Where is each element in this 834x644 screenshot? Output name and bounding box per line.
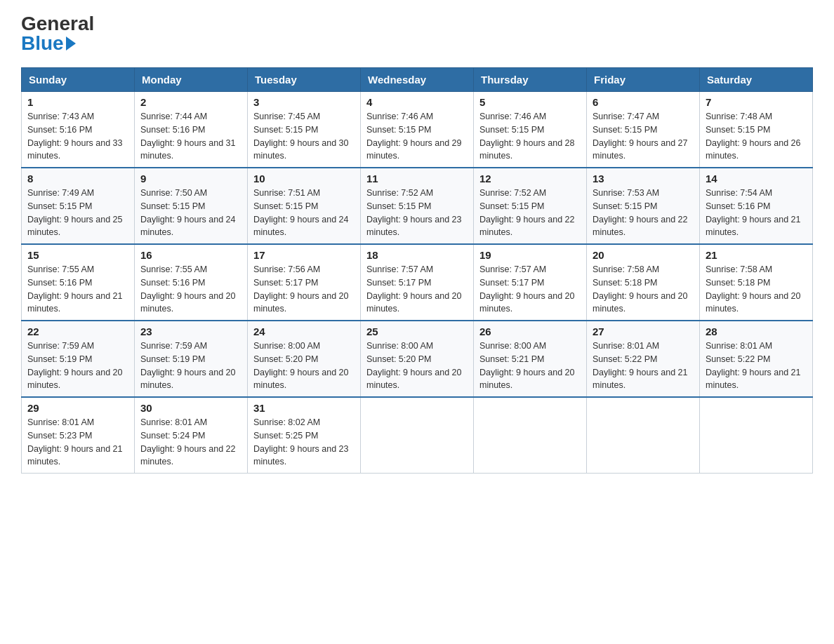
day-info: Sunrise: 8:00 AM Sunset: 5:20 PM Dayligh… <box>366 341 462 390</box>
col-friday: Friday <box>587 68 700 92</box>
day-cell: 27 Sunrise: 8:01 AM Sunset: 5:22 PM Dayl… <box>587 321 700 397</box>
day-info: Sunrise: 7:57 AM Sunset: 5:17 PM Dayligh… <box>479 264 575 314</box>
day-info: Sunrise: 7:45 AM Sunset: 5:15 PM Dayligh… <box>253 112 349 161</box>
day-number: 20 <box>593 249 694 261</box>
day-info: Sunrise: 7:58 AM Sunset: 5:18 PM Dayligh… <box>706 264 801 314</box>
header: General Blue <box>21 14 813 53</box>
day-number: 13 <box>593 173 694 185</box>
day-cell: 25 Sunrise: 8:00 AM Sunset: 5:20 PM Dayl… <box>361 321 474 397</box>
day-info: Sunrise: 8:01 AM Sunset: 5:22 PM Dayligh… <box>593 341 688 390</box>
week-row-4: 22 Sunrise: 7:59 AM Sunset: 5:19 PM Dayl… <box>22 321 813 397</box>
day-cell: 9 Sunrise: 7:50 AM Sunset: 5:15 PM Dayli… <box>135 168 248 244</box>
day-cell <box>587 397 700 474</box>
day-number: 2 <box>140 96 241 108</box>
day-cell: 3 Sunrise: 7:45 AM Sunset: 5:15 PM Dayli… <box>248 92 361 168</box>
day-number: 22 <box>27 326 128 337</box>
day-cell: 12 Sunrise: 7:52 AM Sunset: 5:15 PM Dayl… <box>474 168 587 244</box>
day-cell: 23 Sunrise: 7:59 AM Sunset: 5:19 PM Dayl… <box>135 321 248 397</box>
day-number: 10 <box>253 173 355 185</box>
day-cell: 13 Sunrise: 7:53 AM Sunset: 5:15 PM Dayl… <box>587 168 700 244</box>
day-number: 7 <box>706 96 807 108</box>
logo-triangle-icon <box>66 36 76 51</box>
day-number: 9 <box>140 173 241 185</box>
col-wednesday: Wednesday <box>361 68 474 92</box>
day-cell: 30 Sunrise: 8:01 AM Sunset: 5:24 PM Dayl… <box>135 397 248 474</box>
day-cell: 6 Sunrise: 7:47 AM Sunset: 5:15 PM Dayli… <box>587 92 700 168</box>
day-number: 24 <box>253 326 355 337</box>
day-info: Sunrise: 7:49 AM Sunset: 5:15 PM Dayligh… <box>27 188 123 237</box>
day-number: 27 <box>593 326 694 337</box>
day-cell: 26 Sunrise: 8:00 AM Sunset: 5:21 PM Dayl… <box>474 321 587 397</box>
day-number: 21 <box>706 249 807 261</box>
day-number: 17 <box>253 249 355 261</box>
day-cell: 8 Sunrise: 7:49 AM Sunset: 5:15 PM Dayli… <box>22 168 135 244</box>
day-number: 26 <box>479 326 581 337</box>
col-sunday: Sunday <box>22 68 135 92</box>
day-number: 3 <box>253 96 355 108</box>
week-row-3: 15 Sunrise: 7:55 AM Sunset: 5:16 PM Dayl… <box>22 244 813 321</box>
day-info: Sunrise: 7:52 AM Sunset: 5:15 PM Dayligh… <box>366 188 462 237</box>
week-row-5: 29 Sunrise: 8:01 AM Sunset: 5:23 PM Dayl… <box>22 397 813 474</box>
day-cell: 24 Sunrise: 8:00 AM Sunset: 5:20 PM Dayl… <box>248 321 361 397</box>
day-cell: 20 Sunrise: 7:58 AM Sunset: 5:18 PM Dayl… <box>587 244 700 321</box>
day-cell: 4 Sunrise: 7:46 AM Sunset: 5:15 PM Dayli… <box>361 92 474 168</box>
day-cell <box>361 397 474 474</box>
day-info: Sunrise: 7:58 AM Sunset: 5:18 PM Dayligh… <box>593 264 688 314</box>
day-cell: 10 Sunrise: 7:51 AM Sunset: 5:15 PM Dayl… <box>248 168 361 244</box>
day-info: Sunrise: 7:54 AM Sunset: 5:16 PM Dayligh… <box>706 188 801 237</box>
day-number: 5 <box>479 96 581 108</box>
day-info: Sunrise: 8:01 AM Sunset: 5:22 PM Dayligh… <box>706 341 801 390</box>
day-cell: 22 Sunrise: 7:59 AM Sunset: 5:19 PM Dayl… <box>22 321 135 397</box>
day-info: Sunrise: 7:57 AM Sunset: 5:17 PM Dayligh… <box>366 264 462 314</box>
day-info: Sunrise: 7:55 AM Sunset: 5:16 PM Dayligh… <box>140 264 236 314</box>
day-info: Sunrise: 7:51 AM Sunset: 5:15 PM Dayligh… <box>253 188 349 237</box>
day-number: 29 <box>27 402 128 414</box>
week-row-1: 1 Sunrise: 7:43 AM Sunset: 5:16 PM Dayli… <box>22 92 813 168</box>
day-info: Sunrise: 7:59 AM Sunset: 5:19 PM Dayligh… <box>27 341 123 390</box>
col-thursday: Thursday <box>474 68 587 92</box>
day-info: Sunrise: 8:02 AM Sunset: 5:25 PM Dayligh… <box>253 417 349 467</box>
day-cell <box>700 397 813 474</box>
day-info: Sunrise: 7:47 AM Sunset: 5:15 PM Dayligh… <box>593 112 688 161</box>
calendar-table: Sunday Monday Tuesday Wednesday Thursday… <box>21 67 813 474</box>
day-cell: 16 Sunrise: 7:55 AM Sunset: 5:16 PM Dayl… <box>135 244 248 321</box>
day-number: 31 <box>253 402 355 414</box>
day-cell: 2 Sunrise: 7:44 AM Sunset: 5:16 PM Dayli… <box>135 92 248 168</box>
day-cell: 18 Sunrise: 7:57 AM Sunset: 5:17 PM Dayl… <box>361 244 474 321</box>
calendar-body: 1 Sunrise: 7:43 AM Sunset: 5:16 PM Dayli… <box>22 92 813 474</box>
day-info: Sunrise: 8:01 AM Sunset: 5:23 PM Dayligh… <box>27 417 123 467</box>
day-cell <box>474 397 587 474</box>
day-info: Sunrise: 8:01 AM Sunset: 5:24 PM Dayligh… <box>140 417 236 467</box>
day-number: 28 <box>706 326 807 337</box>
day-number: 15 <box>27 249 128 261</box>
logo-blue-text: Blue <box>21 34 77 53</box>
day-number: 6 <box>593 96 694 108</box>
day-cell: 28 Sunrise: 8:01 AM Sunset: 5:22 PM Dayl… <box>700 321 813 397</box>
day-info: Sunrise: 7:44 AM Sunset: 5:16 PM Dayligh… <box>140 112 236 161</box>
day-info: Sunrise: 7:53 AM Sunset: 5:15 PM Dayligh… <box>593 188 688 237</box>
day-info: Sunrise: 7:43 AM Sunset: 5:16 PM Dayligh… <box>27 112 123 161</box>
logo-general-text: General <box>21 14 94 34</box>
day-number: 1 <box>27 96 128 108</box>
day-info: Sunrise: 7:48 AM Sunset: 5:15 PM Dayligh… <box>706 112 801 161</box>
header-row: Sunday Monday Tuesday Wednesday Thursday… <box>22 68 813 92</box>
day-cell: 11 Sunrise: 7:52 AM Sunset: 5:15 PM Dayl… <box>361 168 474 244</box>
day-number: 8 <box>27 173 128 185</box>
day-info: Sunrise: 7:46 AM Sunset: 5:15 PM Dayligh… <box>366 112 462 161</box>
col-tuesday: Tuesday <box>248 68 361 92</box>
day-number: 16 <box>140 249 241 261</box>
week-row-2: 8 Sunrise: 7:49 AM Sunset: 5:15 PM Dayli… <box>22 168 813 244</box>
day-number: 25 <box>366 326 468 337</box>
day-number: 23 <box>140 326 241 337</box>
day-info: Sunrise: 8:00 AM Sunset: 5:21 PM Dayligh… <box>479 341 575 390</box>
day-cell: 19 Sunrise: 7:57 AM Sunset: 5:17 PM Dayl… <box>474 244 587 321</box>
col-saturday: Saturday <box>700 68 813 92</box>
logo: General Blue <box>21 14 94 53</box>
day-cell: 1 Sunrise: 7:43 AM Sunset: 5:16 PM Dayli… <box>22 92 135 168</box>
day-cell: 29 Sunrise: 8:01 AM Sunset: 5:23 PM Dayl… <box>22 397 135 474</box>
day-number: 14 <box>706 173 807 185</box>
col-monday: Monday <box>135 68 248 92</box>
day-cell: 17 Sunrise: 7:56 AM Sunset: 5:17 PM Dayl… <box>248 244 361 321</box>
day-number: 12 <box>479 173 581 185</box>
day-info: Sunrise: 7:55 AM Sunset: 5:16 PM Dayligh… <box>27 264 123 314</box>
